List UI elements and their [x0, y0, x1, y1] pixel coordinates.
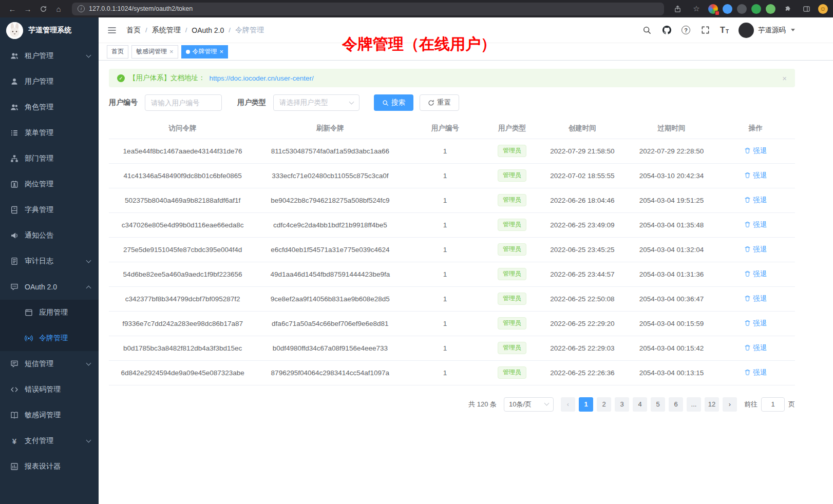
- sidebar-item-audit-log[interactable]: 审计日志: [0, 248, 99, 274]
- extension-icon-dark[interactable]: [737, 4, 747, 14]
- breadcrumb-oauth2[interactable]: OAuth 2.0: [192, 26, 224, 34]
- table-row: 502375b8040a469a9b82188afdf6af1f be90422…: [109, 188, 795, 212]
- sidebar-item-pay[interactable]: ¥ 支付管理: [0, 428, 99, 454]
- tab-home[interactable]: 首页: [107, 45, 128, 59]
- table-row: 54d6be82ee5a460a9aedc1f9bf223656 49d1aa4…: [109, 262, 795, 286]
- split-view-icon[interactable]: [799, 2, 813, 16]
- pagination: 共 120 条 10条/页 ‹ 1 2 3 4 5 6 ... 12 ›: [109, 397, 795, 412]
- page-button[interactable]: 4: [633, 397, 647, 412]
- prev-page-button[interactable]: ‹: [561, 397, 575, 412]
- search-icon[interactable]: [641, 25, 652, 35]
- force-logout-button[interactable]: 强退: [744, 171, 767, 180]
- sidebar-item-app[interactable]: 应用管理: [0, 300, 99, 325]
- browser-profile-avatar[interactable]: ☺: [818, 4, 828, 14]
- forward-icon[interactable]: →: [21, 2, 35, 16]
- page-jumper: 前往 页: [744, 397, 795, 412]
- cell-create-time: 2022-06-25 22:26:36: [538, 360, 627, 385]
- page-button[interactable]: 1: [579, 397, 593, 412]
- force-logout-button[interactable]: 强退: [744, 196, 767, 205]
- tab-token[interactable]: 令牌管理 ×: [181, 45, 229, 59]
- force-logout-label: 强退: [753, 269, 767, 279]
- pages-ellipsis[interactable]: ...: [687, 397, 701, 412]
- cell-expire-time: 2022-07-29 22:28:50: [627, 139, 716, 163]
- user-menu[interactable]: 芋道源码: [739, 23, 795, 38]
- fullscreen-icon[interactable]: [700, 25, 710, 35]
- share-icon[interactable]: [670, 2, 685, 16]
- extension-icon-blue[interactable]: [723, 4, 732, 14]
- cell-user-type: 管理员: [486, 262, 538, 286]
- extension-icon-green[interactable]: [751, 4, 761, 14]
- breadcrumb-system[interactable]: 系统管理: [152, 26, 181, 35]
- url-text: 127.0.0.1:1024/system/oauth2/token: [89, 5, 193, 12]
- extension-icon-colorful[interactable]: [708, 4, 718, 14]
- user-type-badge: 管理员: [498, 219, 526, 231]
- cell-refresh-token: dfa6c71a50a54c66bef706ef9e6e8d81: [256, 311, 404, 336]
- force-logout-button[interactable]: 强退: [744, 343, 767, 353]
- goto-page-input[interactable]: [761, 397, 785, 412]
- sidebar-item-dept[interactable]: 部门管理: [0, 146, 99, 171]
- help-icon[interactable]: ?: [681, 26, 690, 34]
- cell-actions: 强退: [716, 286, 795, 311]
- sidebar-item-menu[interactable]: 菜单管理: [0, 120, 99, 146]
- sidebar-item-notice[interactable]: 通知公告: [0, 223, 99, 248]
- close-icon[interactable]: ×: [169, 48, 174, 55]
- page-button[interactable]: 12: [705, 397, 719, 412]
- sidebar-item-report-designer[interactable]: 报表设计器: [0, 454, 99, 479]
- app-logo[interactable]: 芋道管理系统: [0, 17, 99, 43]
- sidebar-item-token[interactable]: 令牌管理: [0, 325, 99, 351]
- page-size-select[interactable]: 10条/页: [504, 397, 554, 412]
- close-icon[interactable]: ×: [220, 48, 224, 55]
- address-bar[interactable]: i 127.0.0.1:1024/system/oauth2/token: [72, 3, 664, 15]
- extension-icon-teal[interactable]: [766, 4, 775, 14]
- hamburger-icon[interactable]: [106, 24, 118, 36]
- tenant-people-icon: [10, 52, 18, 60]
- delete-icon: [744, 320, 751, 326]
- user-id-input[interactable]: [145, 94, 222, 111]
- force-logout-button[interactable]: 强退: [744, 269, 767, 279]
- home-icon[interactable]: ⌂: [51, 2, 66, 16]
- page-button[interactable]: 2: [597, 397, 611, 412]
- sidebar-item-error-code[interactable]: 错误码管理: [0, 377, 99, 402]
- sidebar-item-dict[interactable]: 字典管理: [0, 197, 99, 223]
- active-tab-dot: [186, 50, 190, 54]
- cell-expire-time: 2054-03-04 19:51:25: [627, 188, 716, 212]
- force-logout-button[interactable]: 强退: [744, 220, 767, 229]
- user-type-select[interactable]: 请选择用户类型: [273, 94, 359, 111]
- sidebar-item-tenant[interactable]: 租户管理: [0, 43, 99, 69]
- topbar-actions: ? TT 芋道源码: [641, 23, 795, 38]
- back-icon[interactable]: ←: [5, 2, 20, 16]
- dept-tree-icon: [10, 154, 18, 163]
- reset-button[interactable]: 重置: [420, 94, 459, 111]
- font-size-large-glyph: T: [720, 26, 725, 34]
- reload-icon[interactable]: [36, 2, 50, 16]
- font-size-icon[interactable]: TT: [720, 26, 729, 34]
- sidebar-item-sms[interactable]: 短信管理: [0, 351, 99, 377]
- bookmark-star-icon[interactable]: ☆: [689, 2, 704, 16]
- page-button[interactable]: 6: [669, 397, 683, 412]
- force-logout-button[interactable]: 强退: [744, 319, 767, 328]
- sidebar-item-oauth2[interactable]: OAuth 2.0: [0, 274, 99, 300]
- cell-expire-time: 2054-03-04 01:32:04: [627, 237, 716, 262]
- force-logout-button[interactable]: 强退: [744, 245, 767, 254]
- tab-sensitive-word[interactable]: 敏感词管理 ×: [131, 45, 178, 59]
- extensions-puzzle-icon[interactable]: [780, 2, 794, 16]
- breadcrumb-home[interactable]: 首页: [126, 26, 141, 35]
- force-logout-button[interactable]: 强退: [744, 146, 767, 156]
- search-button[interactable]: 搜索: [374, 94, 413, 111]
- sidebar-item-user[interactable]: 用户管理: [0, 69, 99, 94]
- next-page-button[interactable]: ›: [723, 397, 737, 412]
- sms-message-icon: [10, 360, 18, 368]
- page-button[interactable]: 5: [651, 397, 665, 412]
- alert-close-icon[interactable]: ×: [782, 74, 787, 83]
- page-button[interactable]: 3: [615, 397, 629, 412]
- sidebar-item-sensitive-word[interactable]: 敏感词管理: [0, 402, 99, 428]
- sidebar-item-role[interactable]: 角色管理: [0, 94, 99, 120]
- site-info-icon[interactable]: i: [78, 5, 85, 12]
- github-icon[interactable]: [661, 25, 672, 35]
- force-logout-button[interactable]: 强退: [744, 294, 767, 303]
- cell-refresh-token: 333ecfc71e02480cb11055c875c3ca0f: [256, 163, 404, 188]
- sidebar-item-post[interactable]: 岗位管理: [0, 171, 99, 197]
- doc-link[interactable]: https://doc.iocoder.cn/user-center/: [210, 74, 314, 82]
- delete-icon: [744, 197, 751, 203]
- force-logout-button[interactable]: 强退: [744, 368, 767, 377]
